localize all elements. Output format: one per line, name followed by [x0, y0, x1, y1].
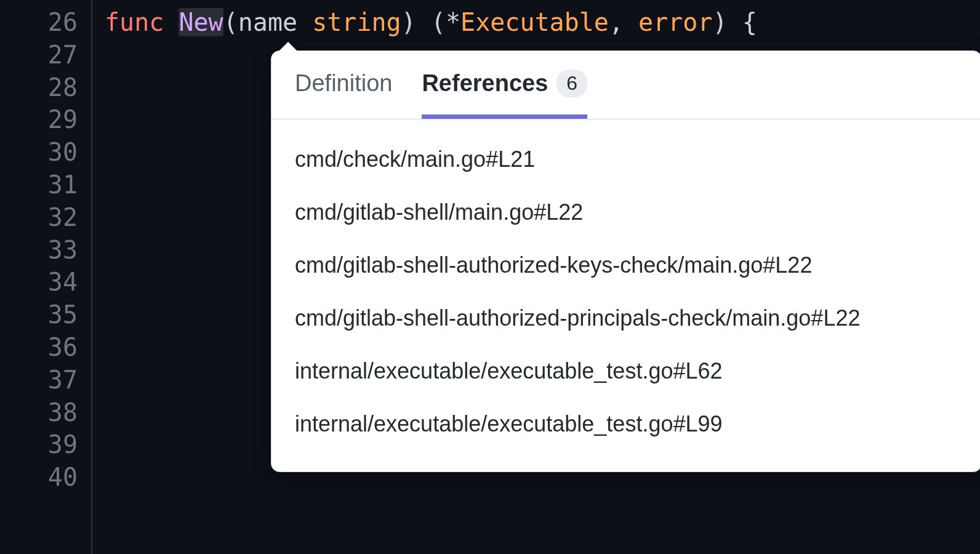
- token-symbol-highlighted[interactable]: New: [179, 8, 223, 36]
- token-punct: (: [431, 8, 446, 36]
- tab-references-label: References: [422, 70, 548, 97]
- reference-item[interactable]: cmd/gitlab-shell/main.go#L22: [295, 186, 958, 239]
- line-number: 31: [0, 169, 91, 201]
- token-punct: ): [713, 8, 728, 36]
- tab-definition-label: Definition: [295, 70, 392, 97]
- reference-item[interactable]: internal/executable/executable_test.go#L…: [295, 345, 958, 398]
- line-number: 38: [0, 396, 91, 429]
- popover-caret-icon: [278, 42, 298, 52]
- popover-panel: Definition References 6 cmd/check/main.g…: [271, 50, 980, 472]
- tab-definition[interactable]: Definition: [295, 70, 392, 118]
- line-number: 34: [0, 266, 91, 299]
- reference-item[interactable]: internal/executable/executable_test.go#L…: [295, 398, 958, 451]
- code-area[interactable]: func New(name string) (*Executable, erro…: [92, 0, 980, 554]
- line-number: 40: [0, 461, 91, 494]
- references-count-badge: 6: [556, 70, 587, 97]
- line-number-gutter: 26 27 28 29 30 31 32 33 34 35 36 37 38 3…: [0, 0, 92, 554]
- line-number: 36: [0, 331, 91, 364]
- line-number: 30: [0, 136, 91, 169]
- references-list: cmd/check/main.go#L21 cmd/gitlab-shell/m…: [271, 119, 980, 472]
- token-punct: (: [223, 8, 238, 36]
- line-number: 27: [0, 39, 91, 71]
- token-keyword: func: [105, 8, 164, 36]
- token-type: error: [638, 8, 712, 36]
- line-number: 29: [0, 103, 91, 136]
- code-line-26: func New(name string) (*Executable, erro…: [105, 6, 980, 39]
- reference-item[interactable]: cmd/check/main.go#L21: [295, 133, 958, 186]
- tab-references[interactable]: References 6: [422, 70, 587, 119]
- line-number: 35: [0, 299, 91, 331]
- line-number: 26: [0, 6, 91, 39]
- token-punct: {: [742, 8, 757, 36]
- line-number: 28: [0, 71, 91, 104]
- token-punct: ): [401, 8, 416, 36]
- token-type: string: [312, 8, 401, 36]
- line-number: 37: [0, 364, 91, 396]
- token-type: Executable: [460, 8, 609, 36]
- reference-item[interactable]: cmd/gitlab-shell-authorized-keys-check/m…: [295, 239, 958, 292]
- line-number: 32: [0, 201, 91, 234]
- line-number: 39: [0, 428, 91, 461]
- reference-item[interactable]: cmd/gitlab-shell-authorized-principals-c…: [295, 292, 958, 345]
- popover-tabs: Definition References 6: [271, 51, 980, 119]
- code-editor: 26 27 28 29 30 31 32 33 34 35 36 37 38 3…: [0, 0, 980, 554]
- token-punct: ,: [609, 8, 624, 36]
- token-param: name: [238, 8, 297, 36]
- line-number: 33: [0, 234, 91, 267]
- token-punct: *: [446, 8, 460, 36]
- code-intel-popover: Definition References 6 cmd/check/main.g…: [271, 50, 980, 472]
